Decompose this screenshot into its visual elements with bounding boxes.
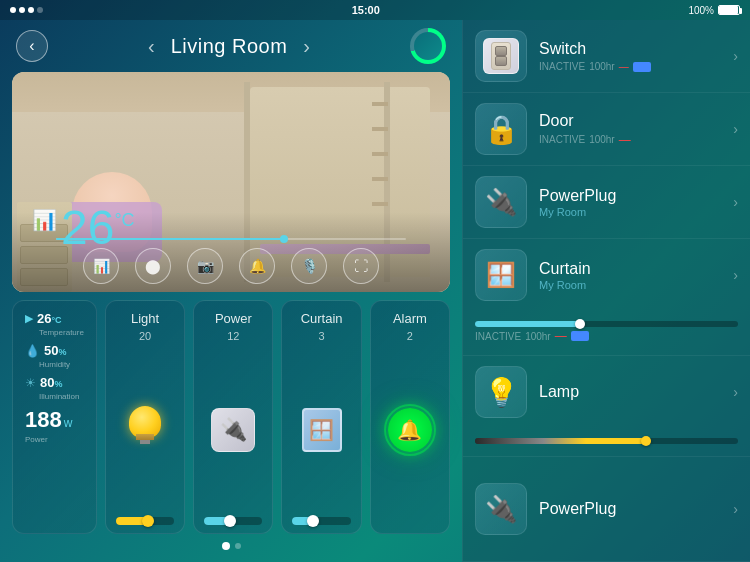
lamp-slider[interactable] — [475, 438, 738, 444]
status-time: 15:00 — [352, 4, 380, 16]
switch-status-row: INACTIVE 100hr — — [539, 61, 717, 72]
power-card-title: Power — [215, 311, 252, 326]
stats-row: ▶ 26°C Temperature 💧 50% Humidity ☀ — [12, 300, 450, 534]
light-card-count: 20 — [139, 330, 151, 342]
temp-stat-icon: ▶ — [25, 312, 33, 325]
cam-btn-mic[interactable]: 🎙️ — [291, 248, 327, 284]
temp-label: Temperature — [39, 328, 84, 337]
settings-dial[interactable] — [410, 28, 446, 64]
door-inactive-label: INACTIVE — [539, 134, 585, 145]
switch-name: Switch — [539, 40, 717, 58]
curtain-inactive-label: INACTIVE — [475, 331, 521, 342]
curtain-info: Curtain My Room — [539, 260, 717, 291]
room-nav: ‹ Living Room › — [148, 35, 310, 58]
switch-nub-bot — [495, 56, 507, 66]
powerplug-thumb: 🔌 — [475, 176, 527, 228]
battery-fill — [719, 6, 738, 14]
powerplug-name: PowerPlug — [539, 187, 717, 205]
curtain-row: 🪟 Curtain My Room › — [475, 249, 738, 301]
list-item-curtain[interactable]: 🪟 Curtain My Room › INACTIVE 100hr — — [463, 239, 750, 356]
cam-btn-bell[interactable]: 🔔 — [239, 248, 275, 284]
cam-btn-expand[interactable]: ⛶ — [343, 248, 379, 284]
curtain-slider-thumb[interactable] — [307, 515, 319, 527]
list-item-lamp[interactable]: 💡 Lamp › — [463, 356, 750, 457]
illumination-icon: ☀ — [25, 376, 36, 390]
switch-button-icon — [491, 42, 511, 70]
temp-value: 26 — [61, 204, 114, 252]
humidity-label: Humidity — [39, 360, 84, 369]
light-slider-thumb[interactable] — [142, 515, 154, 527]
curtain-card-count: 3 — [319, 330, 325, 342]
temp-stat: ▶ 26°C — [25, 311, 84, 326]
curtain-card-title: Curtain — [301, 311, 343, 326]
door-info: Door INACTIVE 100hr — — [539, 112, 717, 147]
temp-icon: 📊 — [32, 208, 57, 232]
curtain-slider-thumb[interactable] — [575, 319, 585, 329]
switch-thumb — [475, 30, 527, 82]
illumination-stat: ☀ 80% — [25, 375, 84, 390]
powerplug-info: PowerPlug My Room — [539, 187, 717, 218]
illumination-value: 80% — [40, 375, 62, 390]
switch-info: Switch INACTIVE 100hr — — [539, 40, 717, 72]
lamp-thumb: 💡 — [475, 366, 527, 418]
power-slider-thumb[interactable] — [224, 515, 236, 527]
curtain-slider[interactable] — [292, 517, 350, 525]
switch-battery-icon: — — [619, 61, 629, 72]
powerplug-sub: My Room — [539, 206, 717, 218]
cam-btn-camera[interactable]: 📷 — [187, 248, 223, 284]
top-nav: ‹ ‹ Living Room › — [12, 28, 450, 64]
page-dot-2[interactable] — [235, 543, 241, 549]
lamp-icon: 💡 — [484, 376, 519, 409]
back-button[interactable]: ‹ — [16, 30, 48, 62]
light-icon-area — [116, 346, 174, 513]
device-card-alarm[interactable]: Alarm 2 🔔 — [370, 300, 450, 534]
device-card-curtain[interactable]: Curtain 3 🪟 — [281, 300, 361, 534]
prev-room-button[interactable]: ‹ — [148, 35, 155, 58]
humidity-stat: 💧 50% — [25, 343, 84, 358]
curtain-battery-bar — [571, 331, 589, 341]
curtain-slider[interactable] — [475, 321, 738, 327]
right-panel: Switch INACTIVE 100hr — › 🔒 Door INACTIV… — [462, 20, 750, 562]
lamp-slider-thumb[interactable] — [641, 436, 651, 446]
curtain-status-row: INACTIVE 100hr — — [475, 329, 738, 343]
light-card-title: Light — [131, 311, 159, 326]
curtain-slider-wrap: INACTIVE 100hr — — [475, 313, 738, 345]
door-chevron: › — [733, 121, 738, 137]
list-item-powerplug2[interactable]: 🔌 PowerPlug › — [463, 457, 750, 562]
curtain-chevron: › — [733, 267, 738, 283]
lamp-row: 💡 Lamp › — [475, 366, 738, 418]
door-name: Door — [539, 112, 717, 130]
alarm-icon: 🔔 — [388, 408, 432, 452]
temp-stat-value: 26°C — [37, 311, 62, 326]
list-item-switch[interactable]: Switch INACTIVE 100hr — › — [463, 20, 750, 93]
cam-btn-chart[interactable]: 📊 — [83, 248, 119, 284]
alarm-card-count: 2 — [407, 330, 413, 342]
humidity-icon: 💧 — [25, 344, 40, 358]
powerplug2-thumb: 🔌 — [475, 483, 527, 535]
status-bar: 15:00 100% — [0, 0, 750, 20]
alarm-icon-area: 🔔 — [381, 346, 439, 513]
switch-nub-top — [495, 46, 507, 56]
curtain-icon-area: 🪟 — [292, 346, 350, 513]
powerplug-icon: 🔌 — [485, 187, 517, 218]
list-item-door[interactable]: 🔒 Door INACTIVE 100hr — › — [463, 93, 750, 166]
camera-view: 📊 26 °C 📊 ⬤ 📷 🔔 🎙️ ⛶ — [12, 72, 450, 292]
powerplug-chevron: › — [733, 194, 738, 210]
curtain-battery-icon: — — [555, 329, 567, 343]
lock-icon: 🔒 — [484, 113, 519, 146]
list-item-powerplug[interactable]: 🔌 PowerPlug My Room › — [463, 166, 750, 239]
curtain-sub: My Room — [539, 279, 717, 291]
door-thumb: 🔒 — [475, 103, 527, 155]
next-room-button[interactable]: › — [303, 35, 310, 58]
page-dots — [12, 542, 450, 554]
power-slider[interactable] — [204, 517, 262, 525]
powerplug2-icon: 🔌 — [485, 494, 517, 525]
page-dot-1[interactable] — [222, 542, 230, 550]
device-card-power[interactable]: Power 12 🔌 — [193, 300, 273, 534]
battery-bar — [718, 5, 740, 15]
device-card-light[interactable]: Light 20 — [105, 300, 185, 534]
curtain-slider-fill — [475, 321, 580, 327]
switch-hours: 100hr — [589, 61, 615, 72]
cam-btn-circle[interactable]: ⬤ — [135, 248, 171, 284]
light-slider[interactable] — [116, 517, 174, 525]
